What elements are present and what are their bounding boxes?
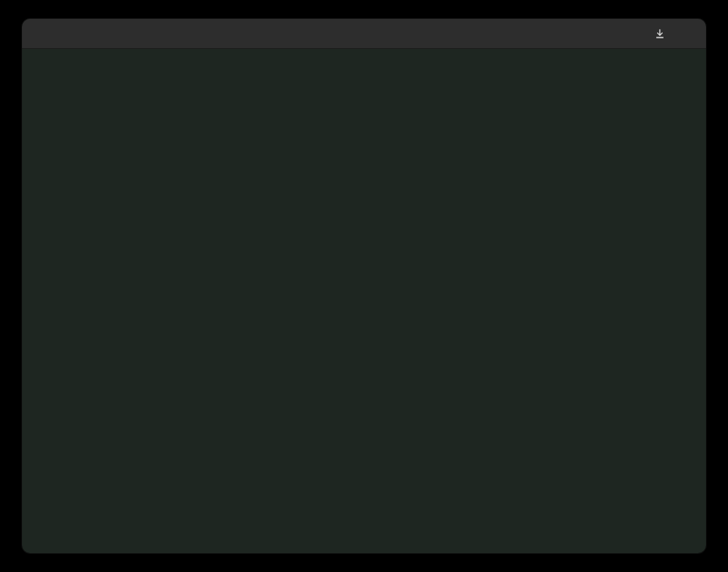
function-key-bar	[32, 78, 699, 92]
close-icon[interactable]	[680, 26, 695, 41]
htop-screen	[22, 49, 706, 553]
terminal-window	[22, 19, 706, 553]
titlebar[interactable]	[22, 19, 706, 49]
download-icon[interactable]	[652, 26, 667, 41]
titlebar-buttons	[652, 19, 695, 48]
screen-tabs	[32, 64, 706, 78]
